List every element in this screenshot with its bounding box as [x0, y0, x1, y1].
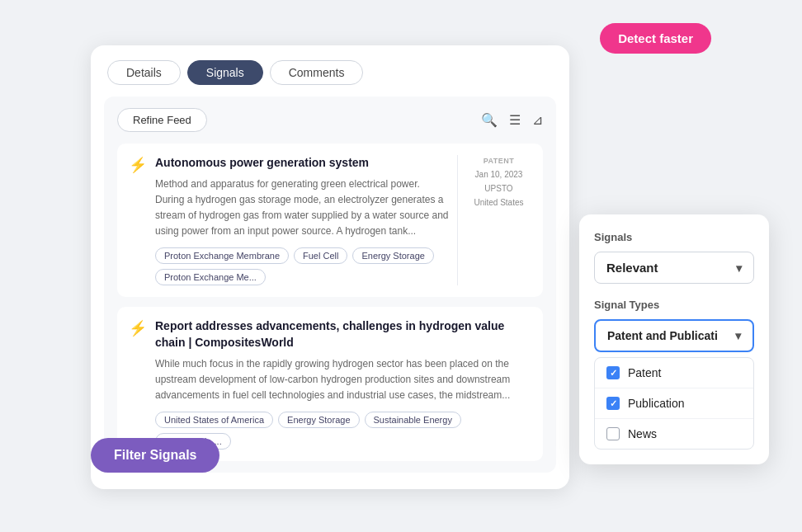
signal-title-2: Report addresses advancements, challenge… — [155, 318, 531, 351]
signal-content-2: Report addresses advancements, challenge… — [155, 318, 531, 450]
main-card: Details Signals Comments Refine Feed 🔍 ☰… — [91, 45, 569, 489]
search-icon[interactable]: 🔍 — [481, 112, 498, 128]
tags-row-1: Proton Exchange Membrane Fuel Cell Energ… — [155, 247, 449, 285]
feed-header: Refine Feed 🔍 ☰ ⊿ — [117, 108, 543, 132]
tag-1-3[interactable]: Energy Storage — [352, 247, 433, 264]
tag-2-2[interactable]: Energy Storage — [278, 412, 359, 428]
tag-2-3[interactable]: Sustainable Energy — [365, 412, 461, 428]
detect-faster-button[interactable]: Detect faster — [600, 23, 711, 54]
tag-1-4[interactable]: Proton Exchange Me... — [155, 269, 266, 285]
lightning-icon-2: ⚡ — [129, 319, 147, 450]
tag-1-1[interactable]: Proton Exchange Membrane — [155, 247, 289, 264]
tabs-row: Details Signals Comments — [91, 45, 569, 97]
checkbox-publication[interactable]: ✓ — [606, 397, 620, 410]
option-publication-label: Publication — [628, 397, 685, 410]
signal-types-chevron-icon: ▾ — [735, 329, 741, 342]
meta-country-1: United States — [466, 195, 531, 210]
signal-types-select-value: Patent and Publicati — [607, 329, 718, 342]
checkbox-news[interactable] — [606, 427, 620, 440]
signals-select[interactable]: Relevant ▾ — [594, 252, 754, 284]
meta-org-1: UPSTO — [466, 181, 531, 195]
option-news-label: News — [628, 427, 657, 440]
signal-meta-1: PATENT Jan 10, 2023 UPSTO United States — [457, 155, 531, 285]
dropdown-options: ✓ Patent ✓ Publication News — [594, 357, 754, 450]
option-patent[interactable]: ✓ Patent — [595, 358, 753, 388]
refine-feed-button[interactable]: Refine Feed — [117, 108, 207, 132]
meta-date-1: Jan 10, 2023 — [466, 167, 531, 181]
chevron-down-icon: ▾ — [736, 261, 742, 275]
signal-desc-2: While much focus in the rapidly growing … — [155, 356, 531, 404]
tag-1-2[interactable]: Fuel Cell — [294, 247, 347, 264]
tab-signals[interactable]: Signals — [187, 60, 263, 85]
signal-content-1: Autonomous power generation system Metho… — [155, 155, 449, 285]
signal-item-1: ⚡ Autonomous power generation system Met… — [117, 144, 543, 297]
option-publication[interactable]: ✓ Publication — [595, 388, 753, 419]
signals-dropdown-label: Signals — [594, 231, 754, 243]
lightning-icon-1: ⚡ — [129, 156, 147, 285]
option-news[interactable]: News — [595, 419, 753, 449]
signal-types-select[interactable]: Patent and Publicati ▾ — [594, 319, 754, 352]
dropdown-panel: Signals Relevant ▾ Signal Types Patent a… — [579, 214, 769, 464]
funnel-icon[interactable]: ⊿ — [532, 112, 543, 128]
signal-types-label: Signal Types — [594, 299, 754, 311]
filter-signals-button[interactable]: Filter Signals — [91, 438, 219, 473]
feed-area: Refine Feed 🔍 ☰ ⊿ ⚡ Autonomous power gen… — [104, 97, 556, 473]
tag-2-1[interactable]: United States of America — [155, 412, 273, 428]
filter-lines-icon[interactable]: ☰ — [509, 112, 521, 128]
signal-title-1: Autonomous power generation system — [155, 155, 449, 172]
option-patent-label: Patent — [628, 366, 661, 379]
signals-select-value: Relevant — [606, 261, 658, 275]
meta-type-1: PATENT — [466, 155, 531, 167]
tab-comments[interactable]: Comments — [270, 60, 364, 85]
main-container: Detect faster Details Signals Comments R… — [0, 0, 802, 532]
feed-icons: 🔍 ☰ ⊿ — [481, 112, 543, 128]
tab-details[interactable]: Details — [107, 60, 181, 85]
signal-desc-1: Method and apparatus for generating gree… — [155, 177, 449, 240]
checkbox-patent[interactable]: ✓ — [606, 366, 620, 379]
